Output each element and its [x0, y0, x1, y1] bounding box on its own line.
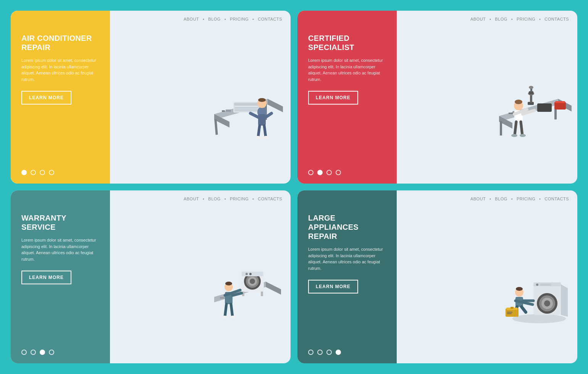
learn-more-warranty[interactable]: LEARN MORE [21, 271, 71, 284]
learn-more-certified[interactable]: LEARN MORE [308, 91, 358, 105]
nav-about-4[interactable]: ABOUT [470, 197, 486, 201]
svg-point-41 [515, 100, 522, 104]
illustration-air-conditioner [191, 21, 291, 184]
svg-point-33 [529, 86, 533, 89]
svg-point-56 [246, 273, 248, 275]
nav-certified: ABOUT • BLOG • PRICING • CONTACTS [397, 11, 577, 21]
dots-certified [308, 170, 341, 175]
card-title-warranty: WARRANTY SERVICE [21, 213, 99, 232]
nav-large-appliances: ABOUT • BLOG • PRICING • CONTACTS [397, 190, 577, 201]
card-desc-warranty: Lorem ipsum dolor sit amet, consectetur … [21, 237, 99, 262]
card-air-conditioner: AIR CONDITIONER REPAIR Lorem ipsum dolor… [11, 11, 291, 184]
card-right-certified: ABOUT • BLOG • PRICING • CONTACTS [397, 11, 577, 184]
nav-pricing-2[interactable]: PRICING [517, 17, 535, 21]
nav-pricing-1[interactable]: PRICING [230, 17, 249, 21]
svg-air-conditioner [191, 61, 291, 145]
nav-pricing-4[interactable]: PRICING [517, 197, 535, 201]
svg-marker-1 [268, 99, 283, 112]
svg-point-21 [255, 136, 261, 139]
svg-line-44 [515, 122, 516, 135]
nav-about-3[interactable]: ABOUT [184, 197, 199, 201]
card-left-large-appliances: LARGE APPLIANCES REPAIR Lorem ipsum dolo… [297, 190, 397, 363]
illustration-warranty [191, 201, 291, 363]
svg-rect-59 [261, 292, 263, 296]
svg-rect-55 [242, 272, 263, 276]
learn-more-air-conditioner[interactable]: LEARN MORE [21, 91, 71, 105]
nav-contacts-1[interactable]: CONTACTS [258, 17, 282, 21]
svg-point-16 [258, 98, 266, 102]
dot-2 [31, 170, 36, 175]
nav-blog-4[interactable]: BLOG [495, 197, 507, 201]
dot-1 [308, 350, 313, 355]
svg-rect-37 [509, 113, 513, 114]
svg-line-45 [521, 122, 522, 135]
svg-point-47 [520, 134, 526, 137]
dot-1 [21, 170, 27, 175]
card-left-certified: CERTIFIED SPECIALIST Lorem ipsum dolor s… [297, 11, 397, 184]
dot-2 [317, 170, 323, 175]
svg-warranty [191, 240, 291, 324]
nav-contacts-3[interactable]: CONTACTS [258, 197, 282, 201]
svg-point-57 [249, 273, 252, 275]
svg-large-appliances [478, 240, 577, 324]
nav-blog-3[interactable]: BLOG [208, 197, 221, 201]
learn-more-large-appliances[interactable]: LEARN MORE [308, 280, 358, 293]
svg-rect-12 [222, 110, 225, 112]
svg-point-22 [263, 136, 269, 139]
dot-3 [40, 170, 45, 175]
illustration-large-appliances [478, 201, 577, 363]
svg-point-68 [230, 316, 236, 319]
nav-contacts-2[interactable]: CONTACTS [544, 17, 569, 21]
nav-blog-1[interactable]: BLOG [208, 17, 221, 21]
svg-rect-14 [258, 114, 266, 126]
nav-pricing-3[interactable]: PRICING [230, 197, 249, 201]
card-desc-large-appliances: Lorem ipsum dolor sit amet, consectetur … [308, 246, 386, 271]
dot-1 [21, 350, 27, 355]
card-warranty-service: WARRANTY SERVICE Lorem ipsum dolor sit a… [11, 190, 291, 363]
svg-line-20 [264, 126, 266, 137]
svg-rect-90 [510, 307, 514, 309]
nav-blog-2[interactable]: BLOG [495, 17, 507, 21]
svg-line-65 [225, 304, 226, 317]
nav-warranty: ABOUT • BLOG • PRICING • CONTACTS [110, 190, 291, 201]
svg-point-76 [544, 300, 550, 306]
nav-air-conditioner: ABOUT • BLOG • PRICING • CONTACTS [110, 11, 291, 21]
svg-line-17 [250, 113, 258, 117]
svg-line-19 [258, 126, 260, 137]
card-left-warranty: WARRANTY SERVICE Lorem ipsum dolor sit a… [11, 190, 110, 363]
card-title-air-conditioner: AIR CONDITIONER REPAIR [21, 34, 99, 52]
card-left-air-conditioner: AIR CONDITIONER REPAIR Lorem ipsum dolor… [11, 11, 110, 184]
svg-point-67 [221, 316, 228, 319]
svg-certified [478, 61, 577, 145]
svg-point-77 [536, 284, 538, 286]
svg-marker-79 [561, 284, 568, 317]
nav-contacts-4[interactable]: CONTACTS [544, 197, 569, 201]
svg-rect-26 [500, 121, 502, 135]
svg-rect-38 [537, 103, 552, 112]
svg-rect-69 [220, 297, 225, 299]
svg-point-70 [512, 314, 566, 323]
dot-4 [336, 170, 341, 175]
dots-warranty [21, 350, 54, 355]
dots-air-conditioner [21, 170, 54, 175]
dot-2 [31, 350, 36, 355]
dot-4 [49, 170, 54, 175]
svg-point-62 [225, 282, 232, 285]
dot-2 [317, 350, 323, 355]
svg-point-82 [516, 287, 523, 291]
dot-4 [336, 350, 341, 355]
svg-point-54 [250, 279, 255, 284]
card-title-large-appliances: LARGE APPLIANCES REPAIR [308, 213, 386, 241]
svg-rect-35 [555, 101, 565, 103]
svg-rect-3 [214, 119, 218, 134]
card-desc-air-conditioner: Lorem ipsum dolor sit amet, consectetur … [21, 57, 99, 82]
card-right-air-conditioner: ABOUT • BLOG • PRICING • CONTACTS [110, 11, 291, 184]
svg-line-66 [231, 304, 233, 317]
nav-about-2[interactable]: ABOUT [470, 17, 486, 21]
svg-marker-49 [266, 282, 281, 295]
main-grid: AIR CONDITIONER REPAIR Lorem ipsum dolor… [0, 0, 588, 374]
nav-about-1[interactable]: ABOUT [184, 17, 199, 21]
svg-rect-29 [530, 94, 532, 103]
card-large-appliances: LARGE APPLIANCES REPAIR Lorem ipsum dolo… [297, 190, 577, 363]
illustration-certified [478, 21, 577, 184]
